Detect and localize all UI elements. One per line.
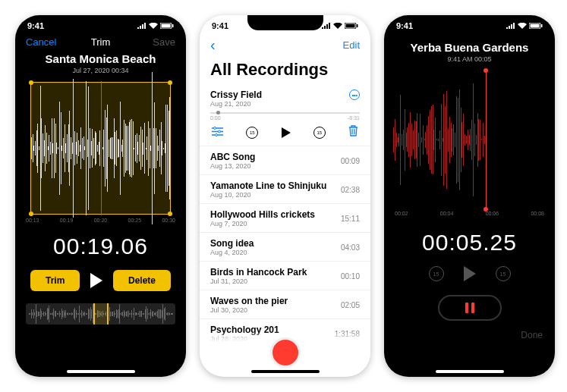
play-icon[interactable] bbox=[282, 127, 291, 138]
record-button[interactable] bbox=[270, 337, 301, 368]
edit-button[interactable]: Edit bbox=[343, 39, 360, 51]
trash-icon[interactable] bbox=[348, 125, 358, 140]
scrub-end: -8:31 bbox=[348, 115, 360, 121]
phone-list-screen: 9:41 ‹ Edit All Recordings Crissy Field … bbox=[200, 15, 370, 377]
status-icons bbox=[137, 23, 174, 29]
live-waveform bbox=[389, 74, 550, 206]
phone-recording-screen: 9:41 Yerba Buena Gardens 9:41 AM 00:05 0… bbox=[384, 15, 555, 377]
scrub-start: 0:00 bbox=[210, 115, 221, 121]
svg-rect-2 bbox=[172, 24, 174, 27]
recording-item[interactable]: Hollywood Hills crickets Aug 7, 2020 15:… bbox=[200, 204, 370, 233]
expanded-title: Crissy Field bbox=[210, 89, 262, 100]
recording-title-block: Yerba Buena Gardens 9:41 AM 00:05 bbox=[384, 41, 555, 63]
trim-waveform[interactable] bbox=[23, 82, 178, 215]
list-nav-bar: ‹ Edit bbox=[200, 32, 370, 58]
notch bbox=[247, 15, 323, 30]
recording-item[interactable]: Birds in Hancock Park Jul 31, 2020 00:10 bbox=[200, 262, 370, 290]
recording-subtitle: Jul 27, 2020 00:34 bbox=[15, 67, 186, 74]
expanded-date: Aug 21, 2020 bbox=[210, 100, 262, 108]
done-button[interactable]: Done bbox=[521, 330, 543, 340]
item-title: ABC Song bbox=[210, 152, 360, 162]
status-time: 9:41 bbox=[396, 21, 413, 30]
recording-item[interactable]: Yamanote Line to Shinjuku Aug 10, 2020 0… bbox=[200, 175, 370, 204]
scrubber[interactable] bbox=[210, 112, 360, 114]
svg-rect-11 bbox=[541, 24, 543, 27]
recording-title-block: Santa Monica Beach Jul 27, 2020 00:34 bbox=[15, 52, 186, 74]
time-ticks: 00:1300:1900:2000:2500:30 bbox=[15, 218, 186, 223]
svg-rect-1 bbox=[162, 24, 171, 28]
time-ticks: 00:0200:0400:0600:08 bbox=[384, 211, 555, 216]
item-date: Aug 7, 2020 bbox=[210, 220, 360, 227]
home-indicator[interactable] bbox=[67, 370, 135, 373]
item-duration: 02:05 bbox=[341, 300, 360, 309]
item-date: Aug 13, 2020 bbox=[210, 162, 360, 170]
record-button-area bbox=[200, 331, 370, 368]
status-icons bbox=[506, 23, 543, 29]
svg-rect-5 bbox=[357, 24, 358, 27]
trim-nav-title: Trim bbox=[91, 36, 111, 48]
elapsed-time: 00:19.06 bbox=[15, 234, 186, 259]
delete-button[interactable]: Delete bbox=[113, 270, 171, 291]
skip-forward-icon[interactable]: 15 bbox=[496, 266, 511, 281]
back-button[interactable]: ‹ bbox=[210, 36, 216, 54]
trim-nav-bar: Cancel Trim Save bbox=[15, 32, 186, 52]
item-date: Aug 10, 2020 bbox=[210, 191, 360, 199]
svg-rect-10 bbox=[531, 24, 540, 28]
options-icon[interactable] bbox=[212, 127, 223, 139]
item-title: Yamanote Line to Shinjuku bbox=[210, 180, 360, 191]
recording-name: Santa Monica Beach bbox=[15, 52, 186, 65]
cancel-button[interactable]: Cancel bbox=[26, 36, 56, 48]
item-title: Birds in Hancock Park bbox=[210, 267, 360, 278]
item-date: Aug 4, 2020 bbox=[210, 249, 360, 256]
play-icon bbox=[464, 266, 476, 281]
notch bbox=[63, 15, 139, 30]
recording-item[interactable]: Song idea Aug 4, 2020 04:03 bbox=[200, 233, 370, 262]
item-title: Hollywood Hills crickets bbox=[210, 209, 360, 220]
phone-trim-screen: 9:41 Cancel Trim Save Santa Monica Beach… bbox=[15, 15, 186, 377]
item-duration: 00:09 bbox=[341, 156, 360, 165]
more-icon[interactable]: ••• bbox=[349, 89, 360, 100]
recording-name: Yerba Buena Gardens bbox=[384, 41, 555, 54]
item-duration: 02:38 bbox=[341, 185, 360, 193]
status-time: 9:41 bbox=[212, 21, 228, 30]
save-button: Save bbox=[153, 36, 175, 48]
home-indicator[interactable] bbox=[251, 370, 320, 373]
status-icons bbox=[322, 23, 358, 29]
recording-item[interactable]: Waves on the pier Jul 30, 2020 02:05 bbox=[200, 290, 370, 319]
item-duration: 15:11 bbox=[341, 214, 360, 222]
list-header: All Recordings bbox=[200, 58, 370, 84]
svg-rect-4 bbox=[346, 24, 355, 28]
playhead[interactable] bbox=[101, 81, 102, 215]
trim-button[interactable]: Trim bbox=[30, 270, 80, 291]
notch bbox=[432, 15, 508, 30]
skip-forward-icon[interactable]: 15 bbox=[313, 127, 326, 139]
strip-selection[interactable] bbox=[93, 303, 109, 325]
recording-item[interactable]: ABC Song Aug 13, 2020 00:09 bbox=[200, 146, 370, 175]
item-title: Song idea bbox=[210, 238, 360, 249]
recording-list: ABC Song Aug 13, 2020 00:09Yamanote Line… bbox=[200, 146, 370, 348]
svg-point-7 bbox=[219, 130, 221, 133]
svg-point-6 bbox=[214, 127, 216, 129]
item-date: Jul 31, 2020 bbox=[210, 278, 360, 285]
item-duration: 04:03 bbox=[341, 243, 360, 251]
play-icon[interactable] bbox=[90, 273, 102, 288]
pause-icon bbox=[465, 303, 474, 313]
pause-button[interactable] bbox=[438, 295, 502, 321]
elapsed-time: 00:05.25 bbox=[384, 230, 555, 256]
recording-subtitle: 9:41 AM 00:05 bbox=[384, 55, 555, 63]
overview-strip[interactable] bbox=[26, 303, 175, 325]
skip-back-icon[interactable]: 15 bbox=[429, 266, 444, 281]
status-time: 9:41 bbox=[27, 21, 44, 30]
svg-point-8 bbox=[216, 133, 218, 136]
record-head bbox=[486, 71, 487, 209]
list-title: All Recordings bbox=[210, 60, 360, 80]
item-title: Waves on the pier bbox=[210, 296, 360, 306]
recording-expanded[interactable]: Crissy Field Aug 21, 2020 ••• 0:00 -8:31… bbox=[200, 84, 370, 146]
skip-back-icon[interactable]: 15 bbox=[246, 127, 258, 139]
item-duration: 00:10 bbox=[341, 271, 360, 280]
home-indicator[interactable] bbox=[436, 370, 504, 373]
item-date: Jul 30, 2020 bbox=[210, 306, 360, 314]
scrubber-knob[interactable] bbox=[216, 111, 220, 114]
